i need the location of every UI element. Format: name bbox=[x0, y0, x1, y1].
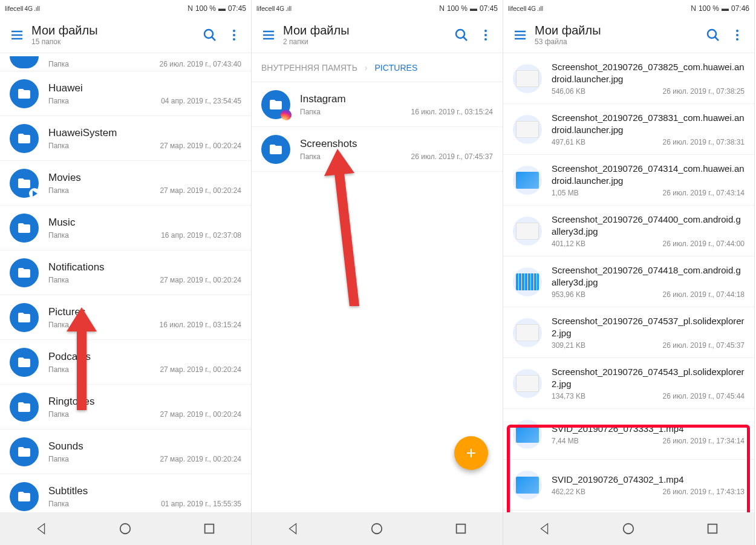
thumbnail-icon bbox=[513, 115, 542, 144]
thumbnail-icon bbox=[513, 166, 542, 195]
item-date: 26 июл. 2019 г., 17:34:14 bbox=[663, 437, 745, 445]
item-type: Папка bbox=[300, 108, 321, 116]
list-item[interactable]: Subtitles Папка 01 апр. 2019 г., 15:55:3… bbox=[0, 474, 251, 512]
item-date: 26 июл. 2019 г., 07:44:18 bbox=[663, 290, 745, 299]
list-item[interactable]: Screenshot_20190726_074543_pl.solidexplo… bbox=[503, 358, 754, 409]
nfc-icon: N bbox=[187, 4, 193, 13]
status-bar: lifecell4G.ıll N100 %▬07:45 bbox=[0, 0, 251, 17]
item-name: Screenshot_20190726_074314_com.huawei.an… bbox=[552, 163, 745, 186]
item-type: Папка bbox=[48, 321, 69, 329]
list-item[interactable]: Ringtones Папка 27 мар. 2019 г., 00:20:2… bbox=[0, 385, 251, 429]
list-item[interactable]: Music Папка 16 апр. 2019 г., 02:37:08 bbox=[0, 206, 251, 250]
svg-point-7 bbox=[484, 30, 487, 32]
list-item[interactable]: Pictures Папка 16 июл. 2019 г., 03:15:24 bbox=[0, 295, 251, 340]
list-item[interactable]: Huawei Папка 04 апр. 2019 г., 23:54:45 bbox=[0, 71, 251, 116]
back-button[interactable] bbox=[275, 517, 311, 541]
item-date: 04 апр. 2019 г., 23:54:45 bbox=[161, 97, 241, 105]
item-name: Instagram bbox=[300, 93, 493, 105]
back-button[interactable] bbox=[527, 517, 563, 541]
breadcrumb-current[interactable]: PICTURES bbox=[374, 63, 417, 73]
list-item[interactable]: Notifications Папка 27 мар. 2019 г., 00:… bbox=[0, 250, 251, 295]
recent-button[interactable] bbox=[443, 517, 479, 541]
svg-point-15 bbox=[736, 38, 738, 41]
list-item[interactable]: Screenshot_20190726_073831_com.huawei.an… bbox=[503, 104, 754, 155]
item-name: Subtitles bbox=[48, 485, 241, 497]
nav-bar bbox=[0, 512, 251, 545]
thumbnail-icon bbox=[513, 267, 542, 296]
menu-button[interactable] bbox=[256, 23, 281, 47]
search-button[interactable] bbox=[701, 23, 725, 47]
item-size: 497,61 KB bbox=[552, 138, 585, 146]
list-item[interactable]: Папка26 июл. 2019 г., 07:43:40 bbox=[0, 53, 251, 71]
annotation-arrow bbox=[324, 149, 367, 308]
svg-point-16 bbox=[624, 524, 634, 534]
item-date: 26 июл. 2019 г., 07:45:37 bbox=[663, 341, 745, 350]
list-item[interactable]: Podcasts Папка 27 мар. 2019 г., 00:20:24 bbox=[0, 340, 251, 385]
list-item[interactable]: Screenshots Папка 26 июл. 2019 г., 07:45… bbox=[252, 127, 503, 172]
item-type: Папка bbox=[48, 276, 69, 284]
item-name: HuaweiSystem bbox=[48, 127, 241, 139]
recent-button[interactable] bbox=[694, 517, 731, 541]
item-name: Notifications bbox=[48, 261, 241, 273]
search-button[interactable] bbox=[449, 23, 474, 47]
search-button[interactable] bbox=[198, 23, 222, 47]
page-subtitle: 15 папок bbox=[31, 38, 198, 46]
folder-icon bbox=[10, 393, 39, 422]
folder-icon bbox=[10, 258, 39, 287]
svg-point-2 bbox=[233, 34, 235, 36]
breadcrumb-parent[interactable]: ВНУТРЕННЯЯ ПАМЯТЬ bbox=[261, 63, 357, 73]
status-bar: lifecell4G.ıll N100 %▬07:45 bbox=[252, 0, 503, 17]
item-date: 26 июл. 2019 г., 07:44:00 bbox=[663, 240, 745, 248]
app-bar: Мои файлы 2 папки bbox=[252, 17, 503, 53]
item-date: 27 мар. 2019 г., 00:20:24 bbox=[160, 410, 241, 419]
recent-button[interactable] bbox=[191, 517, 227, 541]
list-item[interactable]: Screenshot_20190726_074400_com.android.g… bbox=[503, 206, 754, 256]
home-button[interactable] bbox=[359, 517, 395, 541]
item-name: Movies bbox=[48, 172, 241, 184]
item-date: 27 мар. 2019 г., 00:20:24 bbox=[160, 365, 241, 374]
page-title: Мои файлы bbox=[283, 24, 449, 38]
thumbnail-icon bbox=[513, 217, 542, 246]
overflow-button[interactable] bbox=[474, 23, 498, 47]
list-item[interactable]: Movies Папка 27 мар. 2019 г., 00:20:24 bbox=[0, 161, 251, 206]
list-item[interactable]: Screenshot_20190726_073825_com.huawei.an… bbox=[503, 53, 754, 104]
folder-icon bbox=[261, 90, 290, 119]
list-item[interactable]: Sounds Папка 27 мар. 2019 г., 00:20:24 bbox=[0, 429, 251, 474]
svg-point-14 bbox=[736, 34, 738, 36]
network: 4G bbox=[25, 5, 33, 12]
item-type: Папка bbox=[48, 60, 69, 68]
svg-rect-17 bbox=[708, 524, 717, 534]
overflow-button[interactable] bbox=[725, 23, 749, 47]
item-size: 546,06 KB bbox=[552, 87, 585, 96]
item-name: Ringtones bbox=[48, 396, 241, 408]
menu-button[interactable] bbox=[508, 23, 532, 47]
list-item[interactable]: Instagram Папка 16 июл. 2019 г., 03:15:2… bbox=[252, 82, 503, 127]
plus-icon: + bbox=[466, 443, 476, 463]
list-item[interactable]: SVID_20190726_073333_1.mp4 7,44 MB 26 ию… bbox=[503, 409, 754, 460]
item-name: Screenshot_20190726_074418_com.android.g… bbox=[552, 264, 745, 288]
folder-icon bbox=[10, 482, 39, 511]
item-type: Папка bbox=[300, 152, 321, 161]
back-button[interactable] bbox=[24, 517, 60, 541]
item-name: Screenshot_20190726_074400_com.android.g… bbox=[552, 214, 745, 237]
list-item[interactable]: SVID_20190726_074302_1.mp4 462,22 KB 26 … bbox=[503, 460, 754, 511]
home-button[interactable] bbox=[107, 517, 143, 541]
svg-point-4 bbox=[120, 524, 131, 534]
thumbnail-icon bbox=[513, 471, 542, 500]
file-list: Instagram Папка 16 июл. 2019 г., 03:15:2… bbox=[252, 82, 503, 512]
fab-add-button[interactable]: + bbox=[454, 436, 488, 470]
item-type: Папка bbox=[48, 500, 69, 508]
list-item[interactable]: Screenshot_20190726_074418_com.android.g… bbox=[503, 256, 754, 307]
list-item[interactable]: Screenshot_20190726_074537_pl.solidexplo… bbox=[503, 307, 754, 358]
list-item[interactable]: HuaweiSystem Папка 27 мар. 2019 г., 00:2… bbox=[0, 116, 251, 161]
list-item[interactable]: Screenshot_20190726_074314_com.huawei.an… bbox=[503, 155, 754, 206]
home-button[interactable] bbox=[610, 517, 647, 541]
menu-button[interactable] bbox=[5, 23, 29, 47]
item-size: 134,73 KB bbox=[552, 392, 585, 400]
phone-1: lifecell4G.ıll N100 %▬07:45 Мои файлы 15… bbox=[0, 0, 252, 545]
folder-icon bbox=[10, 124, 39, 153]
item-date: 26 июл. 2019 г., 07:38:25 bbox=[663, 87, 745, 96]
item-name: SVID_20190726_073333_1.mp4 bbox=[552, 423, 745, 435]
item-date: 16 июл. 2019 г., 03:15:24 bbox=[411, 108, 493, 116]
overflow-button[interactable] bbox=[222, 23, 246, 47]
